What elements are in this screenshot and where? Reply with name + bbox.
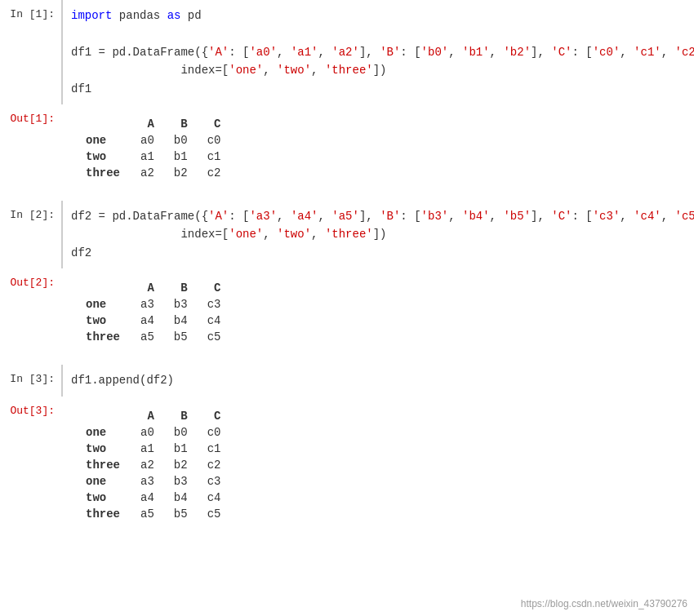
row-index: two: [86, 312, 131, 329]
cell-value: b0: [164, 132, 198, 148]
df2-col-index: [86, 280, 131, 296]
cell-value: b0: [164, 424, 198, 441]
cell-value: b5: [164, 329, 198, 345]
cell-value: a3: [131, 296, 164, 312]
code-in3: df1.append(df2): [71, 371, 686, 389]
cell-value: c1: [198, 148, 231, 165]
df3-col-C: C: [198, 408, 231, 424]
cell-value: a5: [131, 506, 164, 522]
cell-out3-content: A B C one a0 b0 c0 two a1 b1 c1: [61, 397, 694, 534]
cell-value: c0: [198, 424, 231, 441]
table-row: two a1 b1 c1: [86, 441, 230, 457]
row-index: three: [86, 457, 131, 473]
df1-col-index: [86, 116, 131, 132]
cell-value: b4: [164, 312, 198, 329]
df2-col-C: C: [198, 280, 231, 296]
cell-value: b1: [164, 148, 198, 165]
row-index: one: [86, 296, 131, 312]
code-in1: import pandas as pd df1 = pd.DataFrame({…: [71, 7, 694, 98]
cell-out3: Out[3]: A B C one a0 b0 c0 two: [0, 397, 694, 534]
cell-value: a3: [131, 473, 164, 490]
cell-value: b5: [164, 506, 198, 522]
cell-in1: In [1]: import pandas as pd df1 = pd.Dat…: [0, 0, 694, 104]
cell-value: b1: [164, 441, 198, 457]
cell-out3-label: Out[3]:: [0, 397, 61, 534]
cell-value: a1: [131, 441, 164, 457]
cell-value: a2: [131, 165, 164, 181]
cell-value: a2: [131, 457, 164, 473]
cell-value: a0: [131, 132, 164, 148]
cell-value: a4: [131, 490, 164, 506]
cell-in2-label: In [2]:: [0, 201, 61, 268]
df1-col-A: A: [131, 116, 164, 132]
cell-value: b2: [164, 457, 198, 473]
table-row: two a4 b4 c4: [86, 490, 230, 506]
table-row: one a3 b3 c3: [86, 296, 230, 312]
row-index: two: [86, 441, 131, 457]
table-row: three a2 b2 c2: [86, 165, 230, 181]
cell-value: c0: [198, 132, 231, 148]
df3-col-B: B: [164, 408, 198, 424]
cell-value: c4: [198, 312, 231, 329]
cell-value: c3: [198, 296, 231, 312]
df3-col-index: [86, 408, 131, 424]
table-row: one a0 b0 c0: [86, 132, 230, 148]
row-index: one: [86, 473, 131, 490]
cell-value: c2: [198, 165, 231, 181]
df1-col-B: B: [164, 116, 198, 132]
cell-out1: Out[1]: A B C one a0 b0 c0 two: [0, 104, 694, 193]
cell-value: b4: [164, 490, 198, 506]
table-row: one a3 b3 c3: [86, 473, 230, 490]
cell-in3: In [3]: df1.append(df2): [0, 365, 694, 396]
cell-value: b2: [164, 165, 198, 181]
row-index: three: [86, 165, 131, 181]
cell-value: c4: [198, 490, 231, 506]
table-row: three a5 b5 c5: [86, 506, 230, 522]
code-in2: df2 = pd.DataFrame({'A': ['a3', 'a4', 'a…: [71, 207, 694, 262]
cell-value: c3: [198, 473, 231, 490]
row-index: one: [86, 424, 131, 441]
cell-value: b3: [164, 473, 198, 490]
table-row: three a2 b2 c2: [86, 457, 230, 473]
cell-out2-content: A B C one a3 b3 c3 two a4 b4 c4: [61, 268, 694, 357]
cell-in2: In [2]: df2 = pd.DataFrame({'A': ['a3', …: [0, 201, 694, 268]
row-index: three: [86, 506, 131, 522]
df1-col-C: C: [198, 116, 231, 132]
df3-col-A: A: [131, 408, 164, 424]
cell-in1-label: In [1]:: [0, 0, 61, 104]
dataframe-out1: A B C one a0 b0 c0 two a1 b1 c1: [86, 116, 230, 181]
watermark: https://blog.csdn.net/weixin_43790276: [521, 598, 687, 609]
table-row: three a5 b5 c5: [86, 329, 230, 345]
cell-value: a4: [131, 312, 164, 329]
cell-out1-content: A B C one a0 b0 c0 two a1 b1 c1: [61, 104, 694, 193]
row-index: three: [86, 329, 131, 345]
dataframe-out3: A B C one a0 b0 c0 two a1 b1 c1: [86, 408, 230, 522]
cell-value: c5: [198, 506, 231, 522]
cell-in3-content[interactable]: df1.append(df2): [61, 365, 694, 396]
cell-in1-content[interactable]: import pandas as pd df1 = pd.DataFrame({…: [61, 0, 694, 104]
table-row: two a1 b1 c1: [86, 148, 230, 165]
cell-value: c5: [198, 329, 231, 345]
table-row: two a4 b4 c4: [86, 312, 230, 329]
cell-value: a0: [131, 424, 164, 441]
row-index: two: [86, 490, 131, 506]
cell-value: a5: [131, 329, 164, 345]
in-label: In: [10, 8, 29, 20]
cell-value: c2: [198, 457, 231, 473]
cell-out2-label: Out[2]:: [0, 268, 61, 357]
cell-in2-content[interactable]: df2 = pd.DataFrame({'A': ['a3', 'a4', 'a…: [61, 201, 694, 268]
cell-in3-label: In [3]:: [0, 365, 61, 396]
df2-col-B: B: [164, 280, 198, 296]
cell-out1-label: Out[1]:: [0, 104, 61, 193]
cell-value: c1: [198, 441, 231, 457]
table-row: one a0 b0 c0: [86, 424, 230, 441]
df2-col-A: A: [131, 280, 164, 296]
row-index: one: [86, 132, 131, 148]
dataframe-out2: A B C one a3 b3 c3 two a4 b4 c4: [86, 280, 230, 345]
row-index: two: [86, 148, 131, 165]
cell-value: b3: [164, 296, 198, 312]
cell-value: a1: [131, 148, 164, 165]
cell-out2: Out[2]: A B C one a3 b3 c3 two: [0, 268, 694, 357]
